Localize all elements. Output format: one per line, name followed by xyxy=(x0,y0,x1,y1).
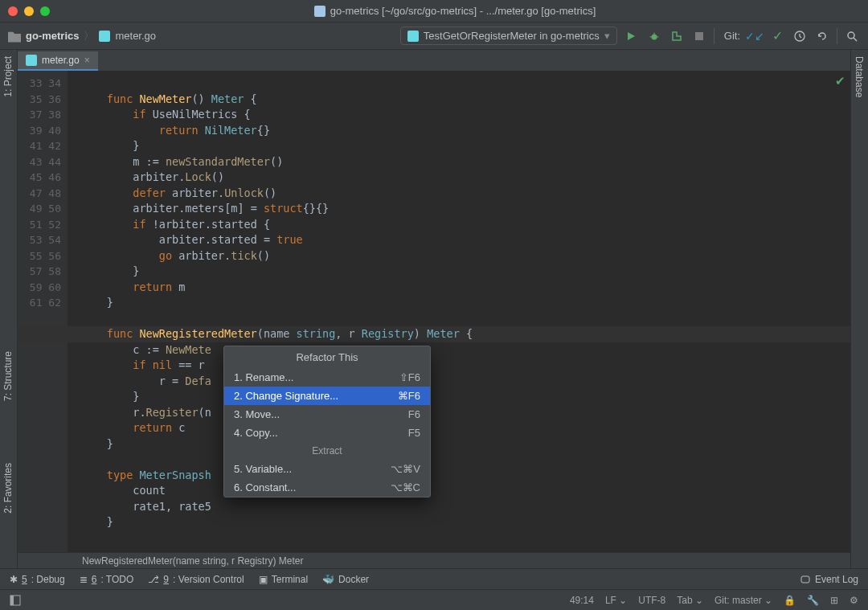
minimize-window[interactable] xyxy=(24,6,34,16)
go-test-icon xyxy=(407,31,419,42)
nav-toolbar: go-metrics 〉 meter.go TestGetOrRegisterM… xyxy=(0,23,868,50)
left-tool-rail: 1: Project 7: Structure 2: Favorites xyxy=(0,50,18,568)
popup-item[interactable]: 4. Copy...F5 xyxy=(224,424,430,442)
popup-item[interactable]: 6. Constant...⌥⌘C xyxy=(224,478,430,497)
right-tool-rail: Database xyxy=(850,50,868,568)
status-line-ending[interactable]: LF ⌄ xyxy=(605,595,627,606)
svg-line-6 xyxy=(854,38,857,41)
close-tab-icon[interactable]: × xyxy=(84,55,90,66)
refactor-popup: Refactor This 1. Rename...⇧F62. Change S… xyxy=(223,346,431,497)
status-caret[interactable]: 49:14 xyxy=(570,595,594,606)
tool-terminal[interactable]: ▣ Terminal xyxy=(259,574,308,585)
svg-point-5 xyxy=(848,32,854,39)
dropdown-icon: ▾ xyxy=(604,30,610,42)
breadcrumb-file[interactable]: meter.go xyxy=(115,30,156,42)
run-configuration[interactable]: TestGetOrRegisterMeter in go-metrics ▾ xyxy=(400,27,617,45)
vcs-revert-button[interactable] xyxy=(814,28,830,44)
zoom-window[interactable] xyxy=(40,6,50,16)
status-encoding[interactable]: UTF-8 xyxy=(638,595,665,606)
editor-breadcrumb[interactable]: NewRegisteredMeter(name string, r Regist… xyxy=(18,552,850,568)
run-button[interactable] xyxy=(624,28,640,44)
titlebar: go-metrics [~/go/src/go-metrics] - .../m… xyxy=(0,0,868,23)
run-coverage-button[interactable] xyxy=(669,28,685,44)
tool-favorites[interactable]: 2: Favorites xyxy=(0,456,16,520)
popup-section: Extract xyxy=(224,442,430,460)
git-label: Git: xyxy=(724,30,740,42)
code-area[interactable]: func NewMeter() Meter { if UseNilMetrics… xyxy=(68,76,850,546)
status-lock-icon[interactable]: 🔒 xyxy=(784,595,796,606)
event-log[interactable]: Event Log xyxy=(800,574,858,585)
gutter: 33 34 35 36 37 38 39 40 41 42 43 44 45 4… xyxy=(18,71,68,552)
breadcrumb-project[interactable]: go-metrics xyxy=(26,30,79,42)
tool-docker[interactable]: 🐳 Docker xyxy=(322,574,369,585)
vcs-commit-button[interactable]: ✓ xyxy=(769,28,785,44)
popup-item[interactable]: 5. Variable...⌥⌘V xyxy=(224,460,430,478)
popup-item[interactable]: 2. Change Signature...⌘F6 xyxy=(224,387,430,405)
vcs-update-button[interactable]: ✓↙ xyxy=(747,28,763,44)
popup-item[interactable]: 1. Rename...⇧F6 xyxy=(224,368,430,387)
tool-database[interactable]: Database xyxy=(851,50,867,104)
window-title: go-metrics [~/go/src/go-metrics] - .../m… xyxy=(50,5,860,17)
tool-vcs[interactable]: ⎇ 9: Version Control xyxy=(148,574,244,585)
tool-todo[interactable]: ≣ 6: TODO xyxy=(80,574,134,585)
tool-debug[interactable]: ✱ 5: Debug xyxy=(10,574,65,585)
go-file-icon xyxy=(99,31,110,42)
status-git-branch[interactable]: Git: master ⌄ xyxy=(714,595,772,606)
go-file-icon xyxy=(26,55,37,66)
status-memory-icon[interactable]: ⊞ xyxy=(830,595,838,606)
search-everywhere-button[interactable] xyxy=(844,28,860,44)
close-window[interactable] xyxy=(8,6,18,16)
tool-structure[interactable]: 7: Structure xyxy=(0,345,16,407)
statusbar: 49:14 LF ⌄ UTF-8 Tab ⌄ Git: master ⌄ 🔒 🔧… xyxy=(0,589,868,610)
folder-icon xyxy=(8,30,21,43)
svg-rect-7 xyxy=(801,576,809,583)
editor-tab[interactable]: meter.go × xyxy=(18,51,98,71)
status-indent[interactable]: Tab ⌄ xyxy=(677,595,703,606)
editor[interactable]: ✔ 33 34 35 36 37 38 39 40 41 42 43 44 45… xyxy=(18,71,850,552)
tool-project[interactable]: 1: Project xyxy=(0,50,16,104)
svg-rect-9 xyxy=(10,596,14,605)
status-gear-icon[interactable]: ⚙ xyxy=(850,595,858,606)
stop-button[interactable] xyxy=(691,28,707,44)
vcs-history-button[interactable] xyxy=(792,28,808,44)
breadcrumb: go-metrics 〉 meter.go xyxy=(8,29,156,43)
bottom-toolbar: ✱ 5: Debug ≣ 6: TODO ⎇ 9: Version Contro… xyxy=(0,568,868,589)
status-left[interactable] xyxy=(10,595,21,606)
debug-button[interactable] xyxy=(646,28,662,44)
status-wrench-icon[interactable]: 🔧 xyxy=(807,595,819,606)
svg-point-0 xyxy=(651,34,657,39)
popup-item[interactable]: 3. Move...F6 xyxy=(224,405,430,424)
file-icon xyxy=(314,6,326,17)
editor-tabs: meter.go × xyxy=(18,50,98,71)
popup-title: Refactor This xyxy=(224,346,430,368)
window-controls xyxy=(8,6,50,16)
